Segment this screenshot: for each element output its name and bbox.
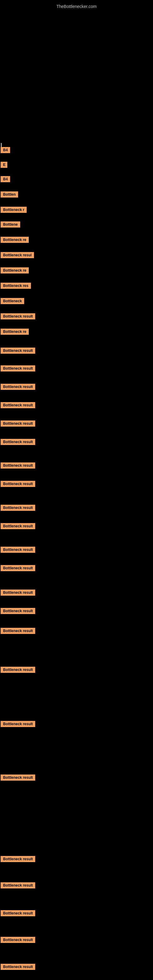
bottleneck-result-label: Bottlene xyxy=(1,221,20,228)
bottleneck-result-label: Bottleneck result xyxy=(1,964,35,970)
bottleneck-result-label: Bottleneck result xyxy=(1,481,35,487)
bottleneck-result-label: Bottleneck result xyxy=(1,937,35,943)
bottleneck-result-label: Bottleneck result xyxy=(1,775,35,781)
bottleneck-result-row: Bottleneck result xyxy=(1,505,35,512)
bottleneck-result-row: Bottleneck result xyxy=(1,348,35,355)
bottleneck-result-label: Bottleneck result xyxy=(1,565,35,571)
bottleneck-result-row: B4 xyxy=(1,147,10,154)
bottleneck-result-row: Bottlen xyxy=(1,191,18,199)
site-title: TheBottlenecker.com xyxy=(56,2,97,11)
bottleneck-result-label: Bottleneck result xyxy=(1,590,35,596)
bottleneck-result-row: Bottleneck r xyxy=(1,207,27,214)
bottleneck-result-label: E xyxy=(1,162,7,168)
bottleneck-result-row: Bottleneck result xyxy=(1,628,35,635)
bottleneck-result-row: Bottleneck result xyxy=(1,721,35,728)
bottleneck-result-row: Bottleneck result xyxy=(1,547,35,554)
bottleneck-result-row: Bottleneck result xyxy=(1,964,35,971)
bottleneck-result-row: Bottleneck xyxy=(1,298,24,305)
bottleneck-result-row: Bottleneck result xyxy=(1,565,35,573)
bottleneck-result-label: Bottleneck result xyxy=(1,547,35,553)
bottleneck-result-label: Bottleneck result xyxy=(1,384,35,390)
bottleneck-result-label: Bottleneck result xyxy=(1,608,35,614)
bottleneck-result-label: Bottleneck result xyxy=(1,523,35,529)
bottleneck-result-row: Bottleneck result xyxy=(1,463,35,470)
bottleneck-result-label: Bottleneck re xyxy=(1,237,29,243)
bottleneck-result-label: Bottleneck result xyxy=(1,856,35,862)
bottleneck-result-row: Bottleneck result xyxy=(1,384,35,391)
bottleneck-result-label: Bottleneck result xyxy=(1,628,35,634)
bottleneck-result-label: Bottleneck re xyxy=(1,329,29,335)
bottleneck-result-label: Bottleneck result xyxy=(1,420,35,426)
bottleneck-result-label: B4 xyxy=(1,147,10,153)
bottleneck-result-row: Bottleneck re xyxy=(1,329,29,336)
bottleneck-result-label: Bottleneck res xyxy=(1,283,31,289)
bottleneck-result-row: Bottleneck re xyxy=(1,267,29,275)
bottleneck-result-row: Bottleneck result xyxy=(1,882,35,890)
bottleneck-result-row: Bottleneck result xyxy=(1,439,35,446)
bottleneck-result-row: Bottleneck result xyxy=(1,590,35,597)
bottleneck-result-label: Bottleneck result xyxy=(1,439,35,445)
bottleneck-result-row: Bottleneck result xyxy=(1,365,35,373)
bottleneck-result-row: Bottleneck result xyxy=(1,608,35,615)
bottleneck-result-label: Bottleneck r xyxy=(1,207,27,213)
bottleneck-result-row: Bottlene xyxy=(1,221,20,229)
bottleneck-result-row: Bottleneck res xyxy=(1,283,31,290)
bottleneck-result-row: Bottleneck result xyxy=(1,420,35,428)
bottleneck-result-label: Bottleneck result xyxy=(1,348,35,354)
bottleneck-result-row: Bottleneck result xyxy=(1,937,35,944)
bottleneck-result-row: Bottleneck result xyxy=(1,402,35,409)
bottleneck-result-row: Bottleneck result xyxy=(1,856,35,863)
bottleneck-result-label: Bottleneck xyxy=(1,298,24,304)
bottleneck-result-label: Bottleneck result xyxy=(1,365,35,371)
bottleneck-result-label: Bottleneck result xyxy=(1,882,35,888)
bottleneck-result-label: Bottleneck result xyxy=(1,313,35,320)
bottleneck-result-row: Bottleneck result xyxy=(1,523,35,530)
bottleneck-result-label: Bottleneck result xyxy=(1,463,35,469)
bottleneck-result-label: Bottleneck re xyxy=(1,267,29,274)
bottleneck-result-row: Bottleneck resul xyxy=(1,252,34,259)
bottleneck-result-label: Bottleneck result xyxy=(1,910,35,916)
bottleneck-result-row: Bottleneck result xyxy=(1,481,35,488)
bottleneck-result-row: E xyxy=(1,162,7,169)
bottleneck-result-label: Bottleneck resul xyxy=(1,252,34,258)
bottleneck-result-row: Bottleneck result xyxy=(1,313,35,321)
bottleneck-result-row: Bottleneck result xyxy=(1,910,35,918)
bottleneck-result-label: B4 xyxy=(1,176,10,182)
bottleneck-result-label: Bottleneck result xyxy=(1,505,35,511)
bottleneck-result-row: Bottleneck result xyxy=(1,667,35,674)
bottleneck-result-row: Bottleneck re xyxy=(1,237,29,244)
bottleneck-result-label: Bottlen xyxy=(1,191,18,197)
bottleneck-result-row: Bottleneck result xyxy=(1,775,35,782)
bottleneck-result-label: Bottleneck result xyxy=(1,402,35,408)
bottleneck-result-row: B4 xyxy=(1,176,10,183)
bottleneck-result-label: Bottleneck result xyxy=(1,667,35,673)
bottleneck-result-label: Bottleneck result xyxy=(1,721,35,727)
